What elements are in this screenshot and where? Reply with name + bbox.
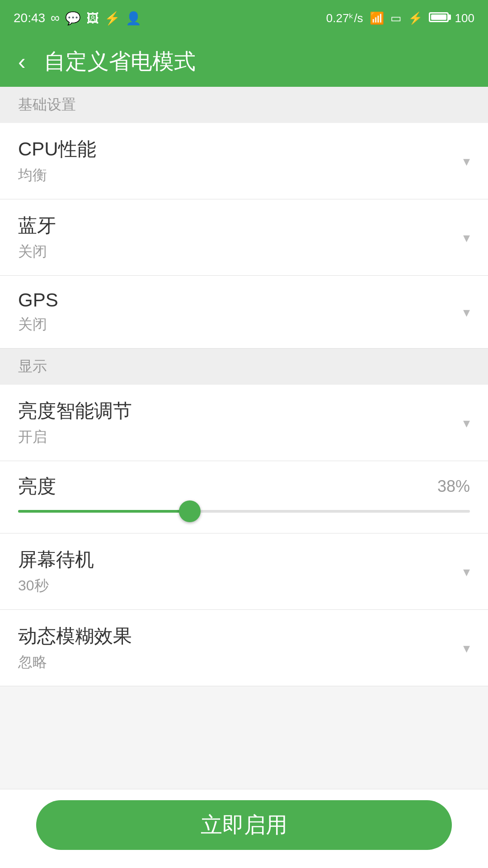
- dropdown-arrow-dynamic-blur: ▾: [463, 640, 470, 656]
- setting-title-gps: GPS: [18, 289, 58, 311]
- battery-percent: 100: [455, 11, 474, 25]
- back-button[interactable]: ‹: [14, 46, 30, 77]
- setting-value-bluetooth: 关闭: [18, 242, 56, 262]
- brightness-slider-track[interactable]: [18, 510, 470, 513]
- dropdown-arrow-auto-brightness: ▾: [463, 415, 470, 431]
- setting-item-brightness: 亮度 38%: [0, 461, 488, 533]
- message-icon: 💬: [65, 11, 81, 26]
- brightness-percent: 38%: [437, 477, 470, 496]
- person-icon: 👤: [126, 11, 141, 26]
- dropdown-arrow-gps: ▾: [463, 304, 470, 320]
- setting-item-bluetooth[interactable]: 蓝牙 关闭 ▾: [0, 199, 488, 276]
- app-bar: ‹ 自定义省电模式: [0, 36, 488, 87]
- setting-item-auto-brightness[interactable]: 亮度智能调节 开启 ▾: [0, 385, 488, 461]
- setting-item-screen-timeout[interactable]: 屏幕待机 30秒 ▾: [0, 533, 488, 610]
- infinity-icon: ∞: [51, 11, 60, 25]
- brightness-header: 亮度 38%: [18, 474, 470, 499]
- setting-item-gps[interactable]: GPS 关闭 ▾: [0, 276, 488, 349]
- dropdown-arrow-cpu: ▾: [463, 153, 470, 169]
- section-display-header: 显示: [0, 349, 488, 385]
- image-icon: 🖼: [86, 11, 99, 26]
- network-speed: 0.27ᵏ/s: [326, 11, 363, 25]
- sim-icon: ▭: [390, 11, 402, 25]
- dropdown-arrow-screen-timeout: ▾: [463, 564, 470, 580]
- setting-title-bluetooth: 蓝牙: [18, 213, 56, 238]
- battery-fill: [431, 14, 446, 20]
- brightness-slider-thumb[interactable]: [179, 500, 201, 522]
- brightness-slider-fill: [18, 510, 190, 513]
- setting-item-gps-left: GPS 关闭: [18, 289, 58, 335]
- setting-value-dynamic-blur: 忽略: [18, 652, 132, 672]
- setting-title-dynamic-blur: 动态模糊效果: [18, 623, 132, 649]
- usb-icon: ⚡: [104, 11, 120, 26]
- setting-item-dynamic-blur[interactable]: 动态模糊效果 忽略 ▾: [0, 610, 488, 686]
- battery-container: [429, 11, 449, 25]
- setting-item-auto-brightness-left: 亮度智能调节 开启: [18, 398, 132, 447]
- brightness-title: 亮度: [18, 474, 56, 499]
- setting-title-cpu: CPU性能: [18, 137, 96, 162]
- dropdown-arrow-bluetooth: ▾: [463, 230, 470, 245]
- setting-item-bluetooth-left: 蓝牙 关闭: [18, 213, 56, 262]
- setting-value-gps: 关闭: [18, 315, 58, 335]
- setting-value-cpu: 均衡: [18, 165, 96, 185]
- section-basic-header: 基础设置: [0, 87, 488, 123]
- activate-button[interactable]: 立即启用: [36, 800, 452, 850]
- status-right: 0.27ᵏ/s 📶 ▭ ⚡ 100: [326, 11, 474, 25]
- setting-value-auto-brightness: 开启: [18, 427, 132, 447]
- page-title: 自定义省电模式: [44, 47, 196, 76]
- status-left: 20:43 ∞ 💬 🖼 ⚡ 👤: [14, 11, 141, 26]
- setting-item-screen-timeout-left: 屏幕待机 30秒: [18, 547, 94, 596]
- setting-item-cpu-left: CPU性能 均衡: [18, 137, 96, 185]
- setting-item-dynamic-blur-left: 动态模糊效果 忽略: [18, 623, 132, 672]
- wifi-icon: 📶: [370, 11, 384, 25]
- battery-icon: [429, 12, 449, 22]
- setting-value-screen-timeout: 30秒: [18, 576, 94, 596]
- status-time: 20:43: [14, 11, 45, 25]
- setting-title-auto-brightness: 亮度智能调节: [18, 398, 132, 424]
- bottom-bar: 立即启用: [0, 789, 488, 868]
- setting-title-screen-timeout: 屏幕待机: [18, 547, 94, 572]
- charging-icon: ⚡: [408, 11, 422, 25]
- setting-item-cpu[interactable]: CPU性能 均衡 ▾: [0, 123, 488, 199]
- status-bar: 20:43 ∞ 💬 🖼 ⚡ 👤 0.27ᵏ/s 📶 ▭ ⚡ 100: [0, 0, 488, 36]
